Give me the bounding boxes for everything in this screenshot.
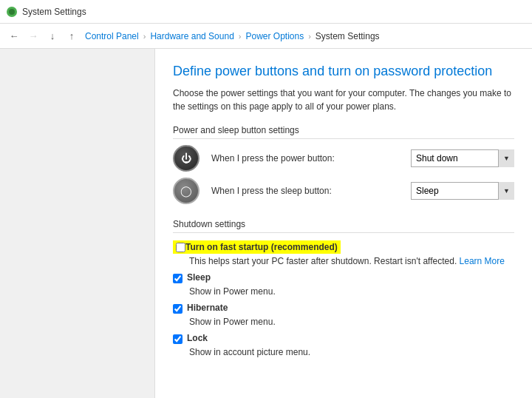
shutdown-settings-header: Shutdown settings xyxy=(173,219,514,233)
breadcrumb-sep-1: › xyxy=(143,32,146,41)
button-settings-section: Power and sleep button settings ⏻ When I… xyxy=(173,125,514,204)
fast-startup-label[interactable]: Turn on fast startup (recommended) xyxy=(185,242,338,252)
lock-option-description: Show in account picture menu. xyxy=(189,347,514,357)
power-icon: ⏻ xyxy=(173,145,200,172)
breadcrumb: Control Panel › Hardware and Sound › Pow… xyxy=(83,30,382,43)
sleep-checkbox[interactable] xyxy=(173,274,183,283)
page-description: Choose the power settings that you want … xyxy=(173,87,513,113)
main-container: Define power buttons and turn on passwor… xyxy=(0,49,532,398)
fast-startup-checkbox[interactable] xyxy=(176,243,185,252)
sleep-button-dropdown-wrapper: Do nothing Sleep Hibernate Shut down Tur… xyxy=(411,182,514,200)
fast-startup-desc-text: This helps start your PC faster after sh… xyxy=(189,256,457,266)
fast-startup-highlight: Turn on fast startup (recommended) xyxy=(173,240,341,254)
forward-button[interactable]: → xyxy=(25,28,41,44)
sleep-icon-symbol: ◯ xyxy=(180,186,192,196)
sleep-button-label: When I press the sleep button: xyxy=(211,186,411,196)
hibernate-option-label[interactable]: Hibernate xyxy=(187,303,228,313)
breadcrumb-control-panel[interactable]: Control Panel xyxy=(83,30,141,43)
breadcrumb-sep-3: › xyxy=(308,32,311,41)
page-title: Define power buttons and turn on passwor… xyxy=(173,64,514,79)
power-button-dropdown-wrapper: Do nothing Sleep Hibernate Shut down Tur… xyxy=(411,149,514,167)
breadcrumb-hardware-sound[interactable]: Hardware and Sound xyxy=(148,30,236,43)
learn-more-link[interactable]: Learn More xyxy=(460,256,505,266)
window-icon xyxy=(6,6,18,18)
power-button-row: ⏻ When I press the power button: Do noth… xyxy=(173,145,514,172)
sleep-checkbox-row: Sleep xyxy=(173,272,514,283)
button-settings-header: Power and sleep button settings xyxy=(173,125,514,139)
power-icon-symbol: ⏻ xyxy=(181,153,191,163)
hibernate-checkbox[interactable] xyxy=(173,304,183,314)
fast-startup-wrapper: Turn on fast startup (recommended) xyxy=(173,240,514,254)
breadcrumb-power-options[interactable]: Power Options xyxy=(243,30,306,43)
lock-option-label[interactable]: Lock xyxy=(187,333,208,343)
sleep-button-row: ◯ When I press the sleep button: Do noth… xyxy=(173,178,514,204)
power-button-label: When I press the power button: xyxy=(211,153,411,163)
down-button[interactable]: ↓ xyxy=(44,28,61,44)
sleep-button-select[interactable]: Do nothing Sleep Hibernate Shut down Tur… xyxy=(411,182,514,200)
sleep-option-label[interactable]: Sleep xyxy=(187,272,211,283)
fast-startup-description: This helps start your PC faster after sh… xyxy=(189,256,514,266)
lock-checkbox-row: Lock xyxy=(173,333,514,344)
sleep-option-description: Show in Power menu. xyxy=(189,286,514,297)
window-title: System Settings xyxy=(22,7,86,17)
sleep-icon: ◯ xyxy=(173,178,200,204)
svg-point-1 xyxy=(9,9,15,15)
breadcrumb-system-settings: System Settings xyxy=(313,30,382,43)
lock-checkbox[interactable] xyxy=(173,334,183,344)
shutdown-settings-section: Shutdown settings Turn on fast startup (… xyxy=(173,219,514,357)
hibernate-checkbox-row: Hibernate xyxy=(173,303,514,314)
back-button[interactable]: ← xyxy=(6,28,22,44)
title-bar: System Settings xyxy=(0,0,532,24)
hibernate-option-description: Show in Power menu. xyxy=(189,317,514,327)
address-bar: ← → ↓ ↑ Control Panel › Hardware and Sou… xyxy=(0,24,532,49)
up-button[interactable]: ↑ xyxy=(64,28,80,44)
sidebar xyxy=(0,49,155,398)
power-button-select[interactable]: Do nothing Sleep Hibernate Shut down Tur… xyxy=(411,149,514,167)
content-area: Define power buttons and turn on passwor… xyxy=(155,49,532,398)
breadcrumb-sep-2: › xyxy=(239,32,242,41)
